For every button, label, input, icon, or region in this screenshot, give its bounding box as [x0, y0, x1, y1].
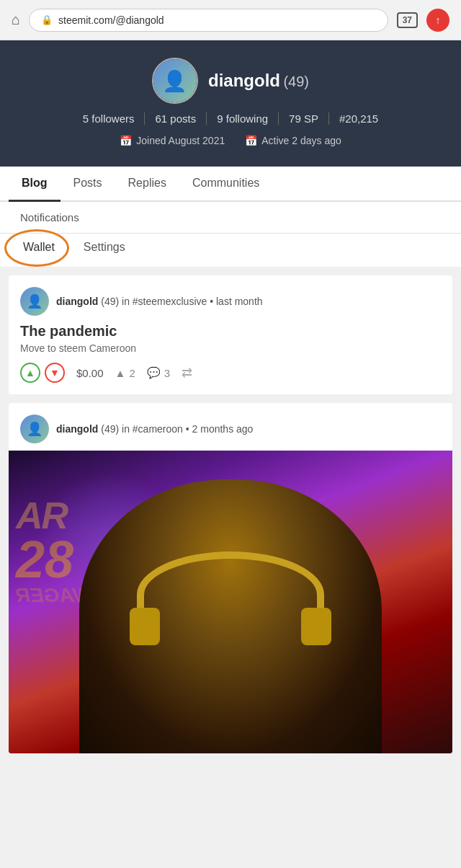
upload-button[interactable]: ↑: [426, 9, 449, 32]
sub-nav: Notifications: [0, 202, 461, 234]
following-label: following: [226, 112, 268, 125]
url-bar[interactable]: 🔒 steemit.com/@diangold: [29, 9, 388, 32]
url-text: steemit.com/@diangold: [58, 14, 164, 26]
settings-button[interactable]: Settings: [75, 234, 134, 261]
calendar-icon: 📅: [120, 135, 132, 146]
post-in-label-2: in: [122, 423, 133, 435]
content-area: 👤 diangold (49) in #steemexclusive • las…: [0, 267, 461, 771]
sp-stat: 79 SP: [278, 112, 328, 125]
post-author-row-1: 👤 diangold (49) in #steemexclusive • las…: [20, 287, 441, 316]
followers-stat: 5 followers: [73, 112, 145, 125]
post-author-info-1: diangold (49) in #steemexclusive • last …: [56, 296, 263, 307]
following-stat: 9 following: [206, 112, 278, 125]
comments-icon-1: 💬: [147, 366, 161, 379]
post-votes-1: ▲ 2: [115, 367, 135, 379]
tab-blog[interactable]: Blog: [9, 167, 61, 202]
post-author-name-1[interactable]: diangold: [56, 296, 98, 307]
posts-count: 61: [155, 112, 167, 125]
rank-value: #20,215: [339, 112, 378, 125]
tab-count[interactable]: 37: [397, 12, 418, 28]
lock-icon: 🔒: [41, 14, 53, 25]
reputation: (49): [283, 74, 309, 89]
profile-name-area: diangold (49): [208, 71, 309, 91]
upvote-button-1[interactable]: ▲: [20, 363, 40, 383]
votes-count-1: 2: [129, 367, 135, 379]
post-community-1[interactable]: #steemexclusive: [133, 296, 207, 307]
post-bullet-2: •: [186, 423, 192, 435]
wallet-button[interactable]: Wallet: [12, 234, 66, 261]
wallet-settings-row: Wallet Settings: [0, 234, 461, 267]
followers-count: 5: [83, 112, 89, 125]
post-author-row-2: 👤 diangold (49) in #cameroon • 2 months …: [9, 403, 452, 451]
notifications-item[interactable]: Notifications: [12, 202, 88, 233]
post-card-1: 👤 diangold (49) in #steemexclusive • las…: [9, 275, 452, 394]
posts-stat: 61 posts: [144, 112, 206, 125]
post-avatar-2: 👤: [20, 415, 49, 443]
post-comments-1[interactable]: 💬 3: [147, 366, 170, 379]
headphones-arc: [137, 552, 324, 638]
vote-buttons-1: ▲ ▼: [20, 363, 65, 383]
post-reputation-1: (49): [101, 296, 119, 307]
sp-value: 79 SP: [289, 112, 318, 125]
post-avatar-1: 👤: [20, 287, 49, 316]
headphone-right: [301, 608, 331, 645]
post-actions-1: ▲ ▼ $0.00 ▲ 2 💬 3 ⇄: [20, 363, 441, 383]
posts-label: posts: [170, 112, 196, 125]
downvote-button-1[interactable]: ▼: [45, 363, 65, 383]
post-image-2: AR 28 WAGER: [9, 451, 452, 753]
post-subtitle-1: Move to steem Cameroon: [20, 342, 441, 354]
profile-stats: 5 followers 61 posts 9 following 79 SP #…: [12, 112, 449, 125]
repost-button-1[interactable]: ⇄: [182, 365, 192, 381]
post-community-2[interactable]: #cameroon: [133, 423, 183, 435]
tab-replies[interactable]: Replies: [115, 167, 179, 202]
following-count: 9: [217, 112, 223, 125]
avatar-image: 👤: [153, 59, 197, 102]
wallet-label: Wallet: [23, 241, 55, 253]
followers-label: followers: [91, 112, 134, 125]
comments-count-1: 3: [164, 367, 170, 379]
active-label: Active 2 days ago: [261, 135, 341, 146]
votes-icon-1: ▲: [115, 367, 126, 379]
tab-communities[interactable]: Communities: [179, 167, 272, 202]
calendar-active-icon: 📅: [245, 135, 257, 146]
headphone-left: [130, 608, 160, 645]
rank-stat: #20,215: [328, 112, 388, 125]
post-author-info-2: diangold (49) in #cameroon • 2 months ag…: [56, 423, 253, 435]
avatar: 👤: [152, 58, 198, 104]
active-date: 📅 Active 2 days ago: [245, 135, 341, 146]
browser-chrome: ⌂ 🔒 steemit.com/@diangold 37 ↑: [0, 0, 461, 40]
post-reputation-2: (49): [101, 423, 119, 435]
post-title-1[interactable]: The pandemic: [20, 323, 441, 340]
tab-posts[interactable]: Posts: [61, 167, 115, 202]
profile-top: 👤 diangold (49): [12, 58, 449, 104]
post-value-1: $0.00: [76, 367, 104, 379]
post-time-1: last month: [216, 296, 263, 307]
post-in-label-1: in: [122, 296, 133, 307]
joined-date: 📅 Joined August 2021: [120, 135, 225, 146]
overlay-number: 28: [16, 530, 73, 589]
joined-label: Joined August 2021: [136, 135, 225, 146]
profile-dates: 📅 Joined August 2021 📅 Active 2 days ago: [12, 135, 449, 146]
profile-header: 👤 diangold (49) 5 followers 61 posts 9 f…: [0, 40, 461, 167]
post-time-2: 2 months ago: [192, 423, 254, 435]
home-icon[interactable]: ⌂: [12, 12, 20, 28]
nav-tabs: Blog Posts Replies Communities: [0, 167, 461, 202]
post-bullet-1: •: [210, 296, 216, 307]
post-card-2: 👤 diangold (49) in #cameroon • 2 months …: [9, 403, 452, 753]
username: diangold: [208, 71, 280, 90]
post-author-name-2[interactable]: diangold: [56, 423, 98, 435]
